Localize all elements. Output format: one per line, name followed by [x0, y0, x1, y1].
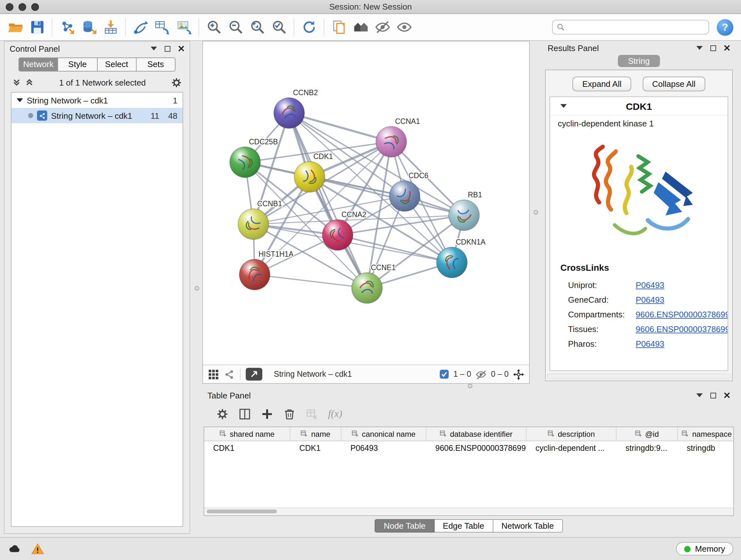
network-row[interactable]: String Network – cdk1 11 48	[11, 108, 183, 123]
apply-preferred-layout-button[interactable]	[299, 17, 319, 37]
collection-disclosure-icon[interactable]	[17, 98, 23, 102]
toolbar-search[interactable]	[552, 20, 709, 35]
import-table-from-file-button[interactable]	[100, 17, 121, 37]
table-row[interactable]: CDK1 CDK1 P06493 9606.ENSP00000378699 cy…	[204, 441, 733, 455]
crosslink-link[interactable]: 9606.ENSP00000378699	[636, 309, 728, 320]
zoom-in-button[interactable]	[204, 17, 224, 37]
network-node[interactable]	[322, 220, 353, 250]
annotation-copy-button[interactable]	[329, 17, 349, 37]
float-panel-icon[interactable]	[711, 45, 716, 51]
network-collection-row[interactable]: String Network – cdk1 1	[11, 92, 183, 108]
tab-sets[interactable]: Sets	[137, 57, 176, 71]
close-panel-icon[interactable]	[724, 45, 730, 51]
delete-column-button[interactable]	[283, 408, 295, 420]
column-header-namespace[interactable]: namespace	[678, 427, 734, 441]
select-first-neighbors-button[interactable]	[130, 17, 151, 37]
close-panel-icon[interactable]	[178, 45, 185, 52]
network-node[interactable]	[239, 259, 270, 290]
network-options-gear-icon[interactable]	[171, 77, 182, 88]
tab-network[interactable]: Network	[18, 57, 58, 71]
new-network-from-selection-button[interactable]	[152, 17, 172, 37]
grid-view-button[interactable]	[208, 369, 219, 380]
export-image-button[interactable]	[174, 17, 194, 37]
warning-status-button[interactable]	[30, 542, 45, 556]
toolbar-search-input[interactable]	[568, 22, 704, 32]
zoom-selected-button[interactable]	[269, 17, 289, 37]
cell-shared-name[interactable]: CDK1	[204, 443, 290, 452]
collapse-panel-icon[interactable]	[696, 393, 703, 397]
hide-graphics-details-button[interactable]	[372, 17, 393, 37]
network-node[interactable]	[294, 162, 325, 192]
detach-view-button[interactable]	[246, 368, 262, 381]
network-node[interactable]	[436, 247, 467, 278]
memory-button[interactable]: Memory	[676, 542, 733, 556]
network-canvas[interactable]: CCNB2CCNA1CDC25BCDK1CDC6RB1CCNB1CCNA2CDK…	[203, 42, 529, 365]
zoom-out-button[interactable]	[225, 17, 246, 37]
tab-edge-table[interactable]: Edge Table	[434, 519, 493, 533]
collapse-tree-button[interactable]	[25, 78, 34, 87]
network-node[interactable]	[389, 181, 420, 211]
help-button[interactable]: ?	[717, 19, 733, 36]
home-view-button[interactable]	[350, 17, 371, 37]
fit-content-button[interactable]	[513, 369, 524, 380]
cell-canonical-name[interactable]: P06493	[341, 443, 426, 452]
selected-indicator-icon[interactable]	[440, 370, 449, 379]
cell-id[interactable]: stringdb:9...	[616, 443, 678, 452]
results-splitter-handle[interactable]	[534, 210, 538, 214]
network-node[interactable]	[230, 147, 260, 178]
results-scrollbar[interactable]	[547, 374, 731, 379]
column-header-name[interactable]: name	[290, 427, 341, 441]
results-tab-string[interactable]: String	[618, 55, 660, 67]
cloud-status-button[interactable]	[8, 542, 22, 556]
open-session-button[interactable]	[5, 17, 25, 37]
network-node[interactable]	[238, 209, 269, 240]
cell-namespace[interactable]: stringdb	[678, 443, 734, 452]
cell-name[interactable]: CDK1	[290, 443, 341, 452]
collapse-panel-icon[interactable]	[151, 47, 157, 51]
save-session-button[interactable]	[27, 17, 47, 37]
add-column-button[interactable]	[261, 408, 273, 420]
scrollbar-thumb[interactable]	[207, 509, 277, 513]
float-panel-icon[interactable]	[165, 46, 171, 51]
gene-disclosure-icon[interactable]	[560, 104, 567, 108]
expand-tree-button[interactable]	[12, 78, 21, 87]
column-header-description[interactable]: description	[527, 427, 616, 441]
table-horizontal-scrollbar[interactable]	[204, 508, 733, 515]
column-header-shared-name[interactable]: shared name	[204, 427, 290, 441]
network-overview-button[interactable]	[224, 369, 235, 380]
function-builder-button[interactable]: f(x)	[328, 408, 342, 420]
import-network-from-file-button[interactable]	[57, 17, 77, 37]
delete-table-button[interactable]	[306, 408, 318, 420]
crosslink-link[interactable]: 9606.ENSP00000378699	[636, 324, 728, 334]
tab-select[interactable]: Select	[97, 57, 137, 71]
column-header-canonical-name[interactable]: canonical name	[341, 427, 426, 441]
close-panel-icon[interactable]	[724, 392, 730, 398]
control-splitter-handle[interactable]	[195, 286, 199, 291]
crosslink-link[interactable]: P06493	[636, 294, 664, 305]
hidden-indicator-icon[interactable]	[475, 369, 486, 380]
cell-database-identifier[interactable]: 9606.ENSP00000378699	[426, 443, 527, 452]
zoom-fit-button[interactable]	[247, 17, 267, 37]
import-network-from-database-button[interactable]	[78, 17, 99, 37]
network-node[interactable]	[449, 200, 479, 231]
tab-node-table[interactable]: Node Table	[375, 519, 434, 533]
crosslink-link[interactable]: P06493	[636, 280, 664, 291]
crosslink-link[interactable]: P06493	[636, 338, 664, 349]
expand-all-button[interactable]: Expand All	[573, 77, 631, 91]
tab-style[interactable]: Style	[58, 57, 98, 71]
show-graphics-details-button[interactable]	[394, 17, 414, 37]
column-header-id[interactable]: @id	[616, 427, 678, 441]
table-mode-gear-button[interactable]	[216, 408, 228, 420]
collapse-all-button[interactable]: Collapse All	[643, 77, 705, 91]
column-header-database-identifier[interactable]: database identifier	[426, 427, 527, 441]
network-node[interactable]	[352, 273, 382, 303]
network-node[interactable]	[274, 98, 305, 128]
collapse-panel-icon[interactable]	[696, 46, 703, 50]
show-columns-button[interactable]	[239, 408, 251, 420]
table-splitter-handle[interactable]	[468, 384, 472, 388]
cell-description[interactable]: cyclin-dependent ...	[527, 443, 616, 452]
tab-network-table[interactable]: Network Table	[493, 519, 562, 533]
float-panel-icon[interactable]	[711, 392, 716, 398]
network-edge[interactable]	[255, 274, 367, 288]
network-edge[interactable]	[289, 113, 367, 288]
